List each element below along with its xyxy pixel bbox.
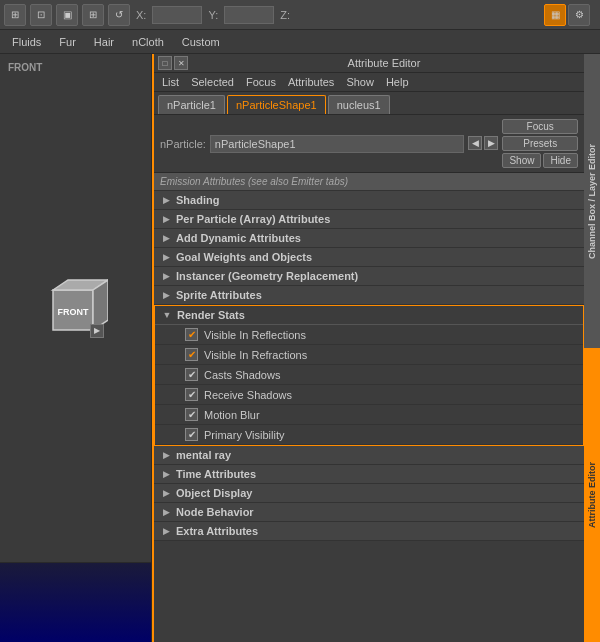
checkbox-primary-visibility[interactable]: ✔ xyxy=(185,428,198,441)
section-mental-ray-label: mental ray xyxy=(176,449,231,461)
toolbar-icon-5[interactable]: ↺ xyxy=(108,4,130,26)
focus-input[interactable] xyxy=(210,135,465,153)
section-time-attrs-label: Time Attributes xyxy=(176,468,256,480)
section-goal-weights-arrow: ▶ xyxy=(160,251,172,263)
menu-fluids[interactable]: Fluids xyxy=(4,34,49,50)
attr-menu-show[interactable]: Show xyxy=(342,75,378,89)
y-label: Y: xyxy=(206,9,220,21)
checkbox-reflections-label: Visible In Reflections xyxy=(204,329,306,341)
checkbox-casts-shadows[interactable]: ✔ xyxy=(185,368,198,381)
left-panel: FRONT FRONT ▶ xyxy=(0,54,152,642)
checkbox-casts-shadows-label: Casts Shadows xyxy=(204,369,280,381)
arrow-right-btn[interactable]: ▶ xyxy=(484,136,498,150)
checkbox-receive-shadows[interactable]: ✔ xyxy=(185,388,198,401)
toolbar-icon-4[interactable]: ⊞ xyxy=(82,4,104,26)
section-add-dynamic-arrow: ▶ xyxy=(160,232,172,244)
attr-menu-selected[interactable]: Selected xyxy=(187,75,238,89)
presets-btn[interactable]: Presets xyxy=(502,136,578,151)
y-input[interactable] xyxy=(224,6,274,24)
section-shading-label: Shading xyxy=(176,194,219,206)
attr-menu-help[interactable]: Help xyxy=(382,75,413,89)
section-object-display[interactable]: ▶ Object Display xyxy=(154,484,584,503)
checkbox-motion-blur-label: Motion Blur xyxy=(204,409,260,421)
attr-list[interactable]: Emission Attributes (see also Emitter ta… xyxy=(154,173,584,642)
section-sprite-label: Sprite Attributes xyxy=(176,289,262,301)
section-time-attrs[interactable]: ▶ Time Attributes xyxy=(154,465,584,484)
tab-nparticleshape1[interactable]: nParticleShape1 xyxy=(227,95,326,114)
tab-nparticle1[interactable]: nParticle1 xyxy=(158,95,225,114)
section-sprite[interactable]: ▶ Sprite Attributes xyxy=(154,286,584,305)
hide-btn[interactable]: Hide xyxy=(543,153,578,168)
section-node-behavior-arrow: ▶ xyxy=(160,506,172,518)
top-toolbar: ⊞ ⊡ ▣ ⊞ ↺ X: Y: Z: ▦ ⚙ xyxy=(0,0,600,30)
menu-ncloth[interactable]: nCloth xyxy=(124,34,172,50)
checkbox-row-casts-shadows: ✔ Casts Shadows xyxy=(155,365,583,385)
expand-arrow[interactable]: ▶ xyxy=(90,324,104,338)
section-extra-attrs-label: Extra Attributes xyxy=(176,525,258,537)
toolbar-icon-1[interactable]: ⊞ xyxy=(4,4,26,26)
maximize-btn[interactable]: ✕ xyxy=(174,56,188,70)
attr-menu-attributes[interactable]: Attributes xyxy=(284,75,338,89)
section-extra-attrs[interactable]: ▶ Extra Attributes xyxy=(154,522,584,541)
blue-area xyxy=(0,562,151,642)
toolbar-settings-btn[interactable]: ⚙ xyxy=(568,4,590,26)
viewport-label: FRONT xyxy=(8,62,42,73)
main-area: FRONT FRONT ▶ □ xyxy=(0,54,600,642)
section-render-stats[interactable]: ▼ Render Stats xyxy=(155,306,583,325)
section-render-stats-arrow: ▼ xyxy=(161,309,173,321)
checkbox-refractions[interactable]: ✔ xyxy=(185,348,198,361)
attr-menu-bar: List Selected Focus Attributes Show Help xyxy=(154,73,584,92)
menu-hair[interactable]: Hair xyxy=(86,34,122,50)
side-btns: Focus Presets Show Hide xyxy=(502,119,578,168)
svg-text:FRONT: FRONT xyxy=(58,307,89,317)
section-per-particle[interactable]: ▶ Per Particle (Array) Attributes xyxy=(154,210,584,229)
checkbox-primary-visibility-label: Primary Visibility xyxy=(204,429,284,441)
section-add-dynamic[interactable]: ▶ Add Dynamic Attributes xyxy=(154,229,584,248)
section-instancer-label: Instancer (Geometry Replacement) xyxy=(176,270,358,282)
toolbar-icon-3[interactable]: ▣ xyxy=(56,4,78,26)
attr-editor-title: Attribute Editor xyxy=(188,57,580,69)
menu-custom[interactable]: Custom xyxy=(174,34,228,50)
section-shading-arrow: ▶ xyxy=(160,194,172,206)
attr-menu-list[interactable]: List xyxy=(158,75,183,89)
tab-bar: nParticle1 nParticleShape1 nucleus1 xyxy=(154,92,584,115)
section-node-behavior-label: Node Behavior xyxy=(176,506,254,518)
arrow-left-btn[interactable]: ◀ xyxy=(468,136,482,150)
section-mental-ray[interactable]: ▶ mental ray xyxy=(154,446,584,465)
section-object-display-label: Object Display xyxy=(176,487,252,499)
menu-fur[interactable]: Fur xyxy=(51,34,84,50)
checkbox-reflections[interactable]: ✔ xyxy=(185,328,198,341)
section-time-attrs-arrow: ▶ xyxy=(160,468,172,480)
section-goal-weights-label: Goal Weights and Objects xyxy=(176,251,312,263)
header-minimize-btns: □ ✕ xyxy=(158,56,188,70)
toolbar-active-btn[interactable]: ▦ xyxy=(544,4,566,26)
checkbox-refractions-label: Visible In Refractions xyxy=(204,349,307,361)
section-shading[interactable]: ▶ Shading xyxy=(154,191,584,210)
focus-label: nParticle: xyxy=(160,138,206,150)
viewport[interactable]: FRONT FRONT ▶ xyxy=(0,54,151,562)
emission-bar: Emission Attributes (see also Emitter ta… xyxy=(154,173,584,191)
attr-editor-right-label[interactable]: Attribute Editor xyxy=(584,348,600,642)
checkbox-row-reflections: ✔ Visible In Reflections xyxy=(155,325,583,345)
attr-menu-focus[interactable]: Focus xyxy=(242,75,280,89)
section-instancer[interactable]: ▶ Instancer (Geometry Replacement) xyxy=(154,267,584,286)
tab-nucleus1[interactable]: nucleus1 xyxy=(328,95,390,114)
render-stats-section: ▼ Render Stats ✔ Visible In Reflections … xyxy=(154,305,584,446)
x-label: X: xyxy=(134,9,148,21)
focus-row: nParticle: ◀ ▶ Focus Presets Show Hide xyxy=(154,115,584,173)
checkbox-motion-blur[interactable]: ✔ xyxy=(185,408,198,421)
checkbox-row-motion-blur: ✔ Motion Blur xyxy=(155,405,583,425)
toolbar-icon-2[interactable]: ⊡ xyxy=(30,4,52,26)
minimize-btn[interactable]: □ xyxy=(158,56,172,70)
section-sprite-arrow: ▶ xyxy=(160,289,172,301)
show-btn[interactable]: Show xyxy=(502,153,541,168)
section-node-behavior[interactable]: ▶ Node Behavior xyxy=(154,503,584,522)
attr-editor-header: □ ✕ Attribute Editor xyxy=(154,54,584,73)
x-input[interactable] xyxy=(152,6,202,24)
focus-btn[interactable]: Focus xyxy=(502,119,578,134)
section-goal-weights[interactable]: ▶ Goal Weights and Objects xyxy=(154,248,584,267)
section-per-particle-label: Per Particle (Array) Attributes xyxy=(176,213,330,225)
z-label: Z: xyxy=(278,9,292,21)
section-instancer-arrow: ▶ xyxy=(160,270,172,282)
channel-box-label[interactable]: Channel Box / Layer Editor xyxy=(584,54,600,348)
